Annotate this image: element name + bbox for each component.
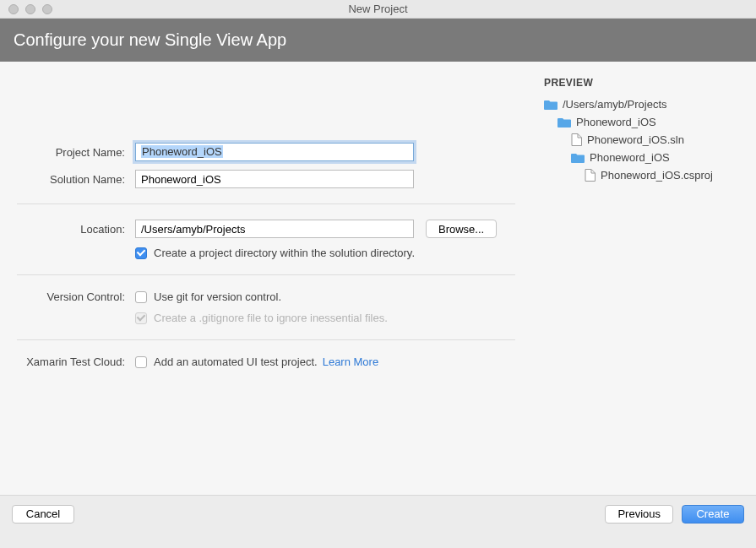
create-dir-label: Create a project directory within the so… (154, 247, 415, 259)
cancel-button[interactable]: Cancel (12, 505, 74, 524)
tree-label: /Users/amyb/Projects (563, 98, 667, 111)
gitignore-row: Create a .gitignore file to ignore iness… (17, 312, 515, 324)
test-cloud-row: Xamarin Test Cloud: Add an automated UI … (17, 355, 515, 368)
titlebar: New Project (0, 0, 756, 19)
preview-area: PREVIEW /Users/amyb/Projects Phoneword_i… (532, 62, 756, 495)
tree-label: Phoneword_iOS.sln (587, 133, 684, 146)
divider (17, 203, 515, 204)
tree-row-project-folder: Phoneword_iOS (544, 149, 744, 166)
tree-row-solution-folder: Phoneword_iOS (544, 113, 744, 131)
folder-icon (571, 152, 585, 163)
tree-label: Phoneword_iOS.csproj (601, 169, 713, 182)
window-title: New Project (0, 3, 756, 15)
project-name-input[interactable]: Phoneword_iOS (135, 143, 414, 161)
previous-button[interactable]: Previous (605, 505, 673, 524)
folder-icon (544, 99, 557, 110)
solution-name-row: Solution Name: (17, 170, 515, 188)
preview-title: PREVIEW (544, 77, 744, 89)
file-icon (571, 133, 582, 146)
tree-row-root: /Users/amyb/Projects (544, 95, 744, 113)
create-dir-checkbox[interactable] (135, 247, 147, 259)
project-name-value: Phoneword_iOS (141, 145, 223, 158)
version-control-label: Version Control: (17, 290, 135, 303)
add-test-label: Add an automated UI test project. (154, 355, 318, 368)
browse-button[interactable]: Browse... (426, 220, 497, 238)
file-icon (585, 169, 596, 182)
zoom-icon[interactable] (42, 4, 52, 14)
learn-more-link[interactable]: Learn More (323, 355, 378, 368)
tree-row-solution-file: Phoneword_iOS.sln (544, 131, 744, 149)
close-icon[interactable] (8, 4, 19, 14)
solution-name-label: Solution Name: (17, 173, 135, 186)
tree-label: Phoneword_iOS (590, 151, 670, 164)
use-git-row: Version Control: Use git for version con… (17, 290, 515, 303)
gitignore-label: Create a .gitignore file to ignore iness… (154, 312, 388, 324)
gitignore-checkbox (135, 312, 147, 324)
divider (17, 339, 515, 340)
form-area: Project Name: Phoneword_iOS Solution Nam… (0, 62, 532, 495)
preview-tree: /Users/amyb/Projects Phoneword_iOS Phone… (544, 95, 744, 184)
page-header: Configure your new Single View App (0, 19, 756, 62)
create-dir-row: Create a project directory within the so… (17, 247, 515, 259)
traffic-lights (0, 4, 52, 14)
location-input[interactable] (135, 220, 414, 238)
project-name-row: Project Name: Phoneword_iOS (17, 143, 515, 161)
content-area: Project Name: Phoneword_iOS Solution Nam… (0, 62, 756, 495)
tree-row-project-file: Phoneword_iOS.csproj (544, 166, 744, 184)
solution-name-input[interactable] (135, 170, 414, 188)
location-row: Location: Browse... (17, 220, 515, 238)
tree-label: Phoneword_iOS (576, 116, 656, 128)
folder-icon (557, 117, 571, 128)
divider (17, 274, 515, 275)
location-label: Location: (17, 223, 135, 236)
test-cloud-label: Xamarin Test Cloud: (17, 355, 135, 368)
minimize-icon[interactable] (25, 4, 35, 14)
project-name-label: Project Name: (17, 146, 135, 159)
use-git-label: Use git for version control. (154, 290, 281, 303)
add-test-checkbox[interactable] (135, 356, 147, 368)
use-git-checkbox[interactable] (135, 291, 147, 303)
bottom-bar: Cancel Previous Create (0, 495, 756, 532)
create-button[interactable]: Create (682, 505, 744, 524)
page-title: Configure your new Single View App (14, 30, 286, 49)
